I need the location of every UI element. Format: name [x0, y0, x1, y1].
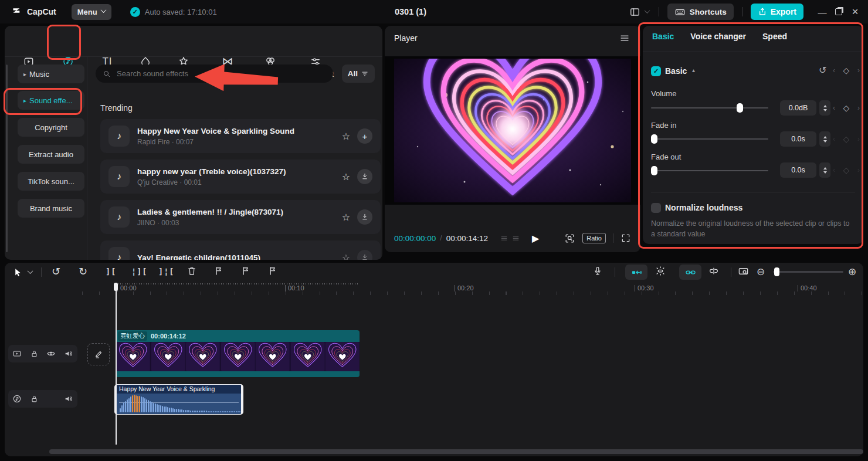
prev-keyframe-icon[interactable]: ‹	[833, 166, 835, 174]
unlink-icon[interactable]	[708, 266, 719, 276]
preview-axis-icon[interactable]	[738, 266, 749, 277]
layout-toggle-icon[interactable]	[629, 6, 640, 18]
fade-in-slider[interactable]	[651, 138, 768, 140]
export-button[interactable]: Export	[751, 4, 803, 20]
sound-item[interactable]: ♪ Happy New Year Voice & Sparkling Sound…	[100, 119, 381, 153]
download-button[interactable]	[357, 209, 372, 225]
ratio-button[interactable]: Ratio	[582, 233, 606, 243]
sidebar-item-brand-music[interactable]: Brand music	[18, 199, 84, 218]
keyframe-diamond-icon[interactable]: ◇	[843, 103, 850, 113]
restore-button[interactable]	[830, 4, 847, 20]
download-button[interactable]	[357, 250, 372, 260]
lock-icon[interactable]	[30, 395, 39, 404]
favorite-star-icon[interactable]: ☆	[342, 212, 350, 223]
volume-slider[interactable]	[651, 107, 768, 109]
audio-clip[interactable]: Happy New Year Voice & Sparkling	[114, 384, 243, 415]
split-icon[interactable]: ][	[106, 267, 116, 276]
player-menu-icon[interactable]	[619, 33, 630, 43]
prev-keyframe-icon[interactable]: ‹	[833, 135, 835, 143]
basic-checkbox[interactable]: ✓	[651, 66, 661, 76]
frame-list-icon[interactable]	[500, 235, 508, 242]
volume-value[interactable]: 0.0dB	[780, 100, 816, 116]
fade-out-slider[interactable]	[651, 170, 768, 171]
close-button[interactable]: ×	[847, 4, 863, 20]
mute-track-icon[interactable]	[64, 394, 73, 404]
sidebar-item-music[interactable]: ▸ Music	[18, 65, 84, 83]
play-button[interactable]: ▶	[532, 233, 539, 244]
next-keyframe-icon[interactable]: ›	[857, 135, 860, 143]
auto-highlight-icon[interactable]	[655, 265, 666, 277]
remove-marker-flag-icon[interactable]	[267, 266, 278, 276]
prev-keyframe-icon[interactable]: ‹	[833, 66, 835, 74]
sound-item[interactable]: ♪ happy new year (Treble voice)(1037327)…	[100, 160, 381, 194]
menu-button[interactable]: Menu	[72, 4, 111, 20]
fade-out-slider-thumb[interactable]	[651, 166, 657, 175]
shortcuts-button[interactable]: Shortcuts	[667, 4, 734, 20]
collapse-icon[interactable]: ▴	[692, 67, 695, 73]
timeline-hscrollbar[interactable]	[49, 449, 863, 454]
frame-list-icon[interactable]	[512, 235, 520, 242]
reset-icon[interactable]: ↺	[819, 65, 826, 76]
tab-basic[interactable]: Basic	[652, 32, 674, 41]
minimize-button[interactable]: —	[814, 4, 830, 20]
split-right-icon[interactable]: ]¦[	[158, 267, 174, 276]
fade-out-keyframe-nav: ‹ ◇ ›	[833, 165, 860, 175]
fade-out-value[interactable]: 0.0s	[780, 162, 816, 178]
undo-icon[interactable]: ↺	[52, 265, 60, 278]
fade-in-slider-thumb[interactable]	[651, 134, 657, 144]
link-toggle[interactable]	[679, 265, 701, 280]
sidebar-item-copyright[interactable]: Copyright	[18, 118, 84, 137]
fullscreen-icon[interactable]	[621, 233, 631, 243]
select-tool-icon[interactable]	[12, 266, 23, 278]
timeline-zoom-slider[interactable]	[773, 271, 843, 273]
tab-speed[interactable]: Speed	[762, 32, 787, 41]
sidebar-item-tiktok-sounds[interactable]: TikTok soun...	[18, 172, 84, 191]
prev-keyframe-icon[interactable]: ‹	[833, 104, 835, 112]
normalize-checkbox[interactable]	[651, 203, 661, 213]
favorite-star-icon[interactable]: ☆	[342, 171, 350, 182]
keyframe-diamond-icon[interactable]: ◇	[843, 66, 850, 75]
fade-in-stepper[interactable]	[819, 131, 830, 147]
favorite-star-icon[interactable]: ☆	[342, 131, 350, 142]
next-keyframe-icon[interactable]: ›	[857, 66, 860, 74]
snap-toggle[interactable]	[625, 265, 647, 280]
keyframe-diamond-icon[interactable]: ◇	[843, 134, 850, 144]
timeline-zoom-thumb[interactable]	[774, 267, 779, 276]
volume-stepper[interactable]	[819, 100, 830, 116]
sidebar-item-sound-effects[interactable]: ▸ Sound effe...	[18, 91, 84, 110]
video-clip[interactable]: 霓虹爱心 00:00:14:12	[116, 330, 360, 377]
layout-chevron-icon[interactable]	[644, 8, 650, 13]
next-keyframe-icon[interactable]: ›	[857, 166, 860, 174]
media-scrollbar[interactable]	[6, 65, 8, 252]
playhead-line[interactable]	[116, 283, 117, 445]
delete-icon[interactable]	[187, 266, 197, 276]
add-to-timeline-button[interactable]: +	[357, 128, 372, 144]
sound-item[interactable]: ♪ Ladies & gentlemen! !! / Jingle(873071…	[100, 200, 381, 234]
eye-icon[interactable]	[46, 349, 56, 358]
record-voiceover-icon[interactable]	[592, 266, 603, 276]
mute-track-icon[interactable]	[64, 349, 73, 358]
sound-item[interactable]: ♪ Yay! Energetic children(1011045) ☆	[100, 240, 381, 260]
frame-search-icon[interactable]	[564, 233, 575, 244]
volume-slider-thumb[interactable]	[737, 103, 743, 113]
edit-cover-button[interactable]	[87, 343, 110, 365]
fade-out-stepper[interactable]	[819, 162, 830, 178]
favorite-star-icon[interactable]: ☆	[342, 252, 350, 260]
fade-in-value[interactable]: 0.0s	[780, 131, 816, 147]
redo-icon[interactable]: ↻	[79, 265, 87, 278]
timeline-zoom-out-icon[interactable]: ⊖	[757, 266, 765, 278]
marker-flag-icon[interactable]	[240, 266, 251, 276]
lock-icon[interactable]	[30, 350, 39, 358]
ai-marker-flag-icon[interactable]	[213, 266, 224, 276]
next-keyframe-icon[interactable]: ›	[857, 104, 860, 112]
sidebar-item-extract-audio[interactable]: Extract audio	[18, 145, 84, 164]
audio-track-controls	[8, 390, 77, 408]
keyframe-diamond-icon[interactable]: ◇	[843, 165, 850, 175]
video-preview[interactable]	[385, 56, 640, 205]
download-button[interactable]	[357, 169, 372, 184]
playhead[interactable]	[114, 283, 118, 291]
split-left-icon[interactable]: ¦][	[131, 267, 147, 276]
filter-button[interactable]: All	[342, 65, 375, 83]
tab-voice-changer[interactable]: Voice changer	[690, 32, 746, 41]
timeline-zoom-in-icon[interactable]: ⊕	[848, 266, 856, 278]
